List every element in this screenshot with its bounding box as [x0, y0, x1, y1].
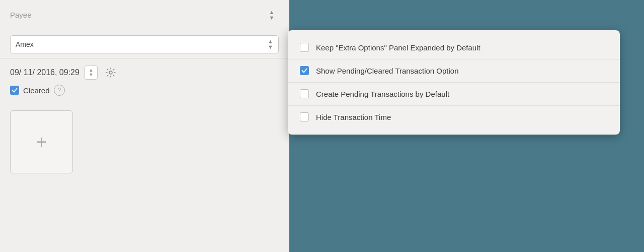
help-button[interactable]: ?	[54, 85, 65, 96]
dropdown-item-hide-transaction-time[interactable]: Hide Transaction Time	[288, 106, 620, 129]
dropdown-item-label: Keep "Extra Options" Panel Expanded by D…	[316, 42, 480, 53]
amex-value: Amex	[16, 40, 34, 48]
cleared-label: Cleared	[23, 86, 50, 95]
amex-row: Amex ▲ ▼	[0, 30, 289, 58]
date-line: 09/ 11/ 2016, 09:29 ▲ ▼	[10, 65, 279, 81]
dropdown-item-keep-extra-options[interactable]: Keep "Extra Options" Panel Expanded by D…	[288, 36, 620, 59]
checkbox-empty-icon	[300, 43, 309, 52]
amex-select[interactable]: Amex ▲ ▼	[10, 35, 279, 53]
dropdown-item-create-pending[interactable]: Create Pending Transactions by Default	[288, 83, 620, 106]
cleared-line: Cleared ?	[10, 85, 279, 98]
payee-row: Payee ▲ ▼	[0, 0, 289, 30]
checkbox-checked-icon	[300, 66, 309, 75]
date-stepper[interactable]: ▲ ▼	[85, 66, 98, 80]
date-value: 09/ 11/ 2016, 09:29	[10, 68, 79, 77]
help-icon: ?	[57, 87, 61, 94]
dropdown-panel: Keep "Extra Options" Panel Expanded by D…	[288, 30, 620, 135]
add-row: +	[0, 102, 289, 181]
checkbox-empty-icon	[300, 89, 309, 98]
date-row: 09/ 11/ 2016, 09:29 ▲ ▼ Cleared	[0, 58, 289, 102]
select-stepper-icon: ▲ ▼	[268, 39, 273, 50]
dropdown-item-label: Show Pending/Cleared Transaction Option	[316, 66, 459, 76]
add-icon: +	[36, 132, 47, 153]
checkmark-icon	[301, 68, 307, 74]
cleared-checkbox[interactable]	[10, 86, 19, 95]
add-button[interactable]: +	[10, 110, 73, 173]
payee-stepper[interactable]: ▲ ▼	[265, 8, 279, 22]
svg-point-0	[109, 71, 112, 74]
dropdown-item-label: Create Pending Transactions by Default	[316, 89, 449, 99]
dropdown-item-label: Hide Transaction Time	[316, 112, 391, 122]
payee-label: Payee	[10, 11, 32, 19]
left-panel: Payee ▲ ▼ Amex ▲ ▼ 09/ 11/ 2016, 09:29 ▲…	[0, 0, 289, 252]
checkmark-icon	[12, 87, 18, 93]
stepper-arrows-icon: ▲ ▼	[269, 10, 275, 21]
date-stepper-icon: ▲ ▼	[89, 68, 93, 77]
checkbox-empty-icon	[300, 112, 309, 121]
dropdown-item-show-pending-cleared[interactable]: Show Pending/Cleared Transaction Option	[288, 59, 620, 83]
gear-button[interactable]	[103, 65, 119, 81]
gear-icon	[106, 68, 116, 78]
